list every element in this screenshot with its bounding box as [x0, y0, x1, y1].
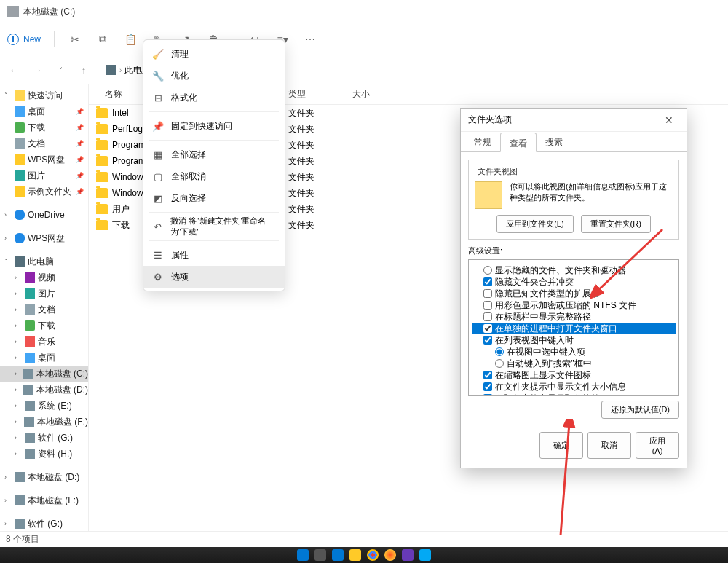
disk-icon: [23, 369, 33, 379]
opt-separate-process[interactable]: 在单独的进程中打开文件夹窗口: [472, 323, 676, 334]
checkbox[interactable]: [483, 289, 492, 298]
tab-search[interactable]: 搜索: [537, 132, 571, 151]
sidebar-pictures2[interactable]: ›图片: [0, 286, 88, 302]
opt-type-in-list[interactable]: 在列表视图中键入时: [472, 334, 676, 346]
start-button[interactable]: [297, 549, 309, 561]
ctx-select-all[interactable]: ▦全部选择: [143, 143, 285, 165]
history-button[interactable]: ˅: [54, 66, 67, 74]
copy-icon[interactable]: ⧉: [95, 32, 110, 47]
picture-icon: [25, 288, 35, 299]
ctx-invert-select[interactable]: ◩反向选择: [143, 187, 285, 209]
chrome-icon[interactable]: [367, 549, 379, 561]
restore-defaults-button[interactable]: 还原为默认值(D): [601, 401, 679, 419]
file-type: 文件夹: [285, 187, 349, 200]
sidebar-desktop2[interactable]: ›桌面: [0, 350, 88, 366]
task-icon[interactable]: [419, 549, 431, 561]
up-button[interactable]: ↑: [77, 65, 90, 76]
folder-icon: [475, 181, 502, 209]
separator: [149, 240, 279, 241]
ok-button[interactable]: 确定: [539, 432, 583, 459]
task-icon[interactable]: [402, 549, 414, 561]
checkbox[interactable]: [483, 301, 492, 310]
sidebar-pictures[interactable]: 图片📌: [0, 168, 88, 184]
opt-thumb-icon[interactable]: 在缩略图上显示文件图标: [472, 369, 676, 381]
sidebar-example[interactable]: 示例文件夹📌: [0, 184, 88, 200]
back-button[interactable]: ←: [7, 65, 20, 76]
opt-show-hidden[interactable]: 显示隐藏的文件、文件夹和驱动器: [472, 264, 676, 276]
paste-icon[interactable]: 📋: [123, 32, 138, 47]
reset-folders-button[interactable]: 重置文件夹(R): [581, 215, 651, 233]
sidebar-drive-e[interactable]: ›系统 (E:): [0, 398, 88, 414]
new-button[interactable]: New: [7, 34, 41, 45]
col-size[interactable]: 大小: [349, 88, 370, 101]
sidebar-wps2[interactable]: ›WPS网盘: [0, 230, 88, 246]
tab-general[interactable]: 常规: [465, 132, 500, 151]
radio[interactable]: [495, 347, 504, 356]
sidebar-drive-f2[interactable]: ›本地磁盘 (F:): [0, 492, 88, 508]
opt-hide-ext[interactable]: 隐藏已知文件类型的扩展名: [472, 288, 676, 299]
more-icon[interactable]: ⋯: [303, 32, 317, 47]
sidebar-drive-g2[interactable]: ›软件 (G:): [0, 516, 88, 532]
checkbox[interactable]: [483, 371, 492, 379]
opt-ntfs-color[interactable]: 用彩色显示加密或压缩的 NTFS 文件: [472, 299, 676, 311]
sidebar-downloads[interactable]: 下载📌: [0, 119, 88, 135]
ctx-pin-quick[interactable]: 📌固定到快速访问: [143, 115, 285, 137]
checkbox[interactable]: [483, 324, 492, 333]
sidebar-documents2[interactable]: ›文档: [0, 302, 88, 318]
sidebar-desktop[interactable]: 桌面📌: [0, 103, 88, 119]
sidebar-quick-access[interactable]: ˅快速访问: [0, 87, 88, 103]
sidebar-drive-f[interactable]: ›本地磁盘 (F:): [0, 414, 88, 430]
sidebar-drive-c[interactable]: ›本地磁盘 (C:): [0, 366, 88, 382]
task-icon[interactable]: [314, 549, 326, 561]
col-type[interactable]: 类型: [285, 88, 349, 101]
opt-size-tip[interactable]: 在文件夹提示中显示文件大小信息: [472, 381, 676, 393]
opt-type-search[interactable]: 自动键入到"搜索"框中: [472, 358, 676, 369]
ctx-optimize[interactable]: 🔧优化: [143, 65, 285, 87]
ctx-options[interactable]: ⚙选项: [143, 266, 285, 288]
sidebar-drive-d[interactable]: ›本地磁盘 (D:): [0, 382, 88, 398]
folder-icon: [15, 186, 25, 197]
sidebar-documents[interactable]: 文档📌: [0, 135, 88, 151]
opt-preview-ctrl[interactable]: 在预览窗格中显示预览控件: [472, 393, 676, 396]
checkbox[interactable]: [483, 394, 492, 396]
radio[interactable]: [495, 359, 504, 368]
checkbox[interactable]: [483, 336, 492, 345]
radio[interactable]: [483, 266, 492, 275]
opt-hide-merge[interactable]: 隐藏文件夹合并冲突: [472, 276, 676, 288]
explorer-icon[interactable]: [349, 549, 361, 561]
sidebar-drive-h[interactable]: ›资料 (H:): [0, 446, 88, 462]
sidebar-onedrive[interactable]: ›OneDrive: [0, 207, 88, 223]
apply-to-folders-button[interactable]: 应用到文件夹(L): [496, 215, 573, 233]
sidebar-thispc[interactable]: ˅此电脑: [0, 253, 88, 269]
ctx-select-none[interactable]: ▢全部取消: [143, 165, 285, 187]
checkbox[interactable]: [483, 382, 492, 391]
apply-button[interactable]: 应用(A): [636, 432, 679, 459]
sidebar-video[interactable]: ›视频: [0, 269, 88, 286]
opt-full-path[interactable]: 在标题栏中显示完整路径: [472, 311, 676, 323]
properties-icon: ☰: [152, 249, 164, 261]
sidebar-music[interactable]: ›音乐: [0, 334, 88, 350]
disk-icon: [25, 433, 35, 443]
checkbox[interactable]: [483, 277, 492, 286]
sidebar-drive-d2[interactable]: ›本地磁盘 (D:): [0, 469, 88, 485]
sidebar-wps[interactable]: WPS网盘📌: [0, 151, 88, 168]
ctx-properties[interactable]: ☰属性: [143, 244, 285, 266]
sidebar-downloads2[interactable]: ›下载: [0, 318, 88, 334]
forward-button[interactable]: →: [31, 65, 44, 76]
folder-icon: [96, 204, 108, 214]
close-button[interactable]: ✕: [659, 111, 679, 129]
sidebar-drive-g[interactable]: ›软件 (G:): [0, 430, 88, 446]
advanced-settings-tree[interactable]: 显示隐藏的文件、文件夹和驱动器 隐藏文件夹合并冲突 隐藏已知文件类型的扩展名 用…: [468, 259, 679, 396]
checkbox[interactable]: [483, 312, 492, 321]
task-icon[interactable]: [384, 549, 396, 561]
ctx-undo[interactable]: ↶撤消 将"新建文件夹"重命名为"下载": [143, 216, 285, 237]
ctx-format[interactable]: ⊟格式化: [143, 87, 285, 109]
cut-icon[interactable]: ✂: [68, 32, 82, 47]
opt-type-select[interactable]: 在视图中选中键入项: [472, 346, 676, 358]
task-icon[interactable]: [332, 549, 344, 561]
cancel-button[interactable]: 取消: [587, 432, 631, 459]
document-icon: [25, 304, 35, 315]
desktop-icon: [15, 106, 25, 117]
ctx-cleanup[interactable]: 🧹清理: [143, 43, 285, 65]
tab-view[interactable]: 查看: [500, 133, 537, 152]
